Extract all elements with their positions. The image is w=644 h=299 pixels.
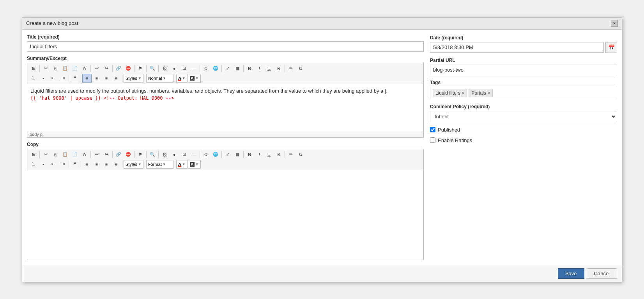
link-btn-copy[interactable]: 🔗 xyxy=(114,150,123,159)
flash-btn-copy[interactable]: ● xyxy=(170,150,179,159)
ul-btn-copy[interactable]: • xyxy=(39,160,48,169)
title-input[interactable] xyxy=(27,41,424,52)
pen-btn[interactable]: ✏ xyxy=(286,64,295,73)
italic-btn[interactable]: I xyxy=(255,64,264,73)
paste-plain-btn-copy[interactable]: 📄 xyxy=(70,150,80,159)
copy-btn-copy[interactable]: ⎘ xyxy=(51,150,60,159)
unlink-btn-copy[interactable]: ⛔ xyxy=(124,150,133,159)
summary-content-area[interactable]: Liquid filters are used to modify the ou… xyxy=(27,84,423,131)
horizontal-btn-copy[interactable]: — xyxy=(189,150,198,159)
image-btn-copy[interactable]: 🖼 xyxy=(160,150,169,159)
tag-portals-close[interactable]: × xyxy=(488,91,490,95)
tag-liquid-close[interactable]: × xyxy=(462,91,464,95)
calendar-button[interactable]: 📅 xyxy=(605,42,617,53)
cancel-button[interactable]: Cancel xyxy=(587,268,617,279)
blockquote-btn-copy[interactable]: ❝ xyxy=(70,160,80,169)
close-button[interactable]: × xyxy=(611,20,618,27)
align-right-btn-copy[interactable]: ≡ xyxy=(102,160,111,169)
find-btn-copy[interactable]: 🔍 xyxy=(148,150,157,159)
font-color-copy[interactable]: A ▼ xyxy=(176,160,188,169)
bg-color-copy[interactable]: A ▼ xyxy=(188,160,201,169)
save-button[interactable]: Save xyxy=(558,268,584,279)
align-left-btn[interactable]: ≡ xyxy=(82,74,92,83)
globe-btn[interactable]: 🌐 xyxy=(211,64,220,73)
paste-btn[interactable]: 📋 xyxy=(60,64,70,73)
strike-btn-copy[interactable]: S xyxy=(274,150,283,159)
source-btn[interactable]: ⊞ xyxy=(29,64,38,73)
paste-btn-copy[interactable]: 📋 xyxy=(60,150,70,159)
align-center-btn-copy[interactable]: ≡ xyxy=(92,160,101,169)
tags-label: Tags xyxy=(430,80,617,85)
table-btn-copy[interactable]: ⊡ xyxy=(179,150,189,159)
bold-btn-copy[interactable]: B xyxy=(245,150,254,159)
paste-plain-btn[interactable]: 📄 xyxy=(70,64,80,73)
outdent-btn-copy[interactable]: ⇤ xyxy=(48,160,58,169)
showblocks-btn[interactable]: ▦ xyxy=(233,64,242,73)
ol-btn[interactable]: 1. xyxy=(29,74,38,83)
underline-btn[interactable]: U xyxy=(264,64,274,73)
outdent-btn[interactable]: ⇤ xyxy=(48,74,58,83)
find-btn[interactable]: 🔍 xyxy=(148,64,157,73)
bold-btn[interactable]: B xyxy=(245,64,254,73)
format-dropdown-copy[interactable]: Format ▼ xyxy=(146,160,173,169)
align-left-btn-copy[interactable]: ≡ xyxy=(82,160,92,169)
horizontal-btn[interactable]: — xyxy=(189,64,198,73)
bg-color-summary[interactable]: A ▼ xyxy=(188,74,201,83)
ol-btn-copy[interactable]: 1. xyxy=(29,160,38,169)
tags-box[interactable]: Liquid filters × Portals × xyxy=(430,87,617,99)
undo-btn[interactable]: ↩ xyxy=(92,64,101,73)
special-char-btn-copy[interactable]: Ω xyxy=(201,150,211,159)
italic-btn-copy[interactable]: I xyxy=(255,150,264,159)
pen-btn-copy[interactable]: ✏ xyxy=(286,150,295,159)
indent-btn[interactable]: ⇥ xyxy=(58,74,67,83)
indent-btn-copy[interactable]: ⇥ xyxy=(58,160,67,169)
align-justify-btn[interactable]: ≡ xyxy=(111,74,121,83)
summary-section: Summary/Excerpt ⊞ ✂ ⎘ 📋 📄 W xyxy=(27,56,424,138)
globe-btn-copy[interactable]: 🌐 xyxy=(211,150,220,159)
copy-content-area[interactable] xyxy=(27,170,423,260)
unlink-btn[interactable]: ⛔ xyxy=(124,64,133,73)
clear-format-btn-copy[interactable]: Ix xyxy=(296,150,305,159)
partial-url-input[interactable] xyxy=(430,65,617,75)
underline-btn-copy[interactable]: U xyxy=(264,150,274,159)
blockquote-btn[interactable]: ❝ xyxy=(70,74,80,83)
date-input[interactable] xyxy=(430,42,604,53)
paste-word-btn-copy[interactable]: W xyxy=(80,150,89,159)
showblocks-btn-copy[interactable]: ▦ xyxy=(233,150,242,159)
undo-btn-copy[interactable]: ↩ xyxy=(92,150,101,159)
image-btn[interactable]: 🖼 xyxy=(160,64,169,73)
cut-btn[interactable]: ✂ xyxy=(41,64,50,73)
csep5 xyxy=(146,151,147,158)
copy-btn[interactable]: ⎘ xyxy=(51,64,60,73)
redo-btn-copy[interactable]: ↪ xyxy=(102,150,111,159)
table-btn[interactable]: ⊡ xyxy=(179,64,189,73)
format-label-copy: Format xyxy=(148,162,162,167)
ul-btn[interactable]: • xyxy=(39,74,48,83)
font-color-summary[interactable]: A ▼ xyxy=(176,74,188,83)
enable-ratings-checkbox[interactable] xyxy=(430,137,435,143)
comment-policy-select[interactable]: Inherit Allow Moderated Closed xyxy=(430,111,617,122)
source-btn-copy[interactable]: ⊞ xyxy=(29,150,38,159)
flag-btn-copy[interactable]: ⚑ xyxy=(136,150,145,159)
maximize-btn[interactable]: ⤢ xyxy=(223,64,232,73)
styles-dropdown-summary[interactable]: Styles ▼ xyxy=(124,74,143,83)
link-btn[interactable]: 🔗 xyxy=(114,64,123,73)
csep9 xyxy=(243,151,244,158)
align-center-btn[interactable]: ≡ xyxy=(92,74,101,83)
clear-format-btn[interactable]: Ix xyxy=(296,64,305,73)
paste-word-btn[interactable]: W xyxy=(80,64,89,73)
align-justify-btn-copy[interactable]: ≡ xyxy=(111,160,121,169)
redo-btn[interactable]: ↪ xyxy=(102,64,111,73)
published-checkbox[interactable] xyxy=(430,127,435,132)
strike-btn[interactable]: S xyxy=(274,64,283,73)
maximize-btn-copy[interactable]: ⤢ xyxy=(223,150,232,159)
align-right-btn[interactable]: ≡ xyxy=(102,74,111,83)
csep6 xyxy=(158,151,159,158)
format-dropdown-summary[interactable]: Normal ▼ xyxy=(146,74,173,83)
date-field: Date (required) 📅 xyxy=(430,35,617,53)
special-char-btn[interactable]: Ω xyxy=(201,64,211,73)
flash-btn[interactable]: ● xyxy=(170,64,179,73)
cut-btn-copy[interactable]: ✂ xyxy=(41,150,50,159)
flag-btn[interactable]: ⚑ xyxy=(136,64,145,73)
styles-dropdown-copy[interactable]: Styles ▼ xyxy=(124,160,143,169)
